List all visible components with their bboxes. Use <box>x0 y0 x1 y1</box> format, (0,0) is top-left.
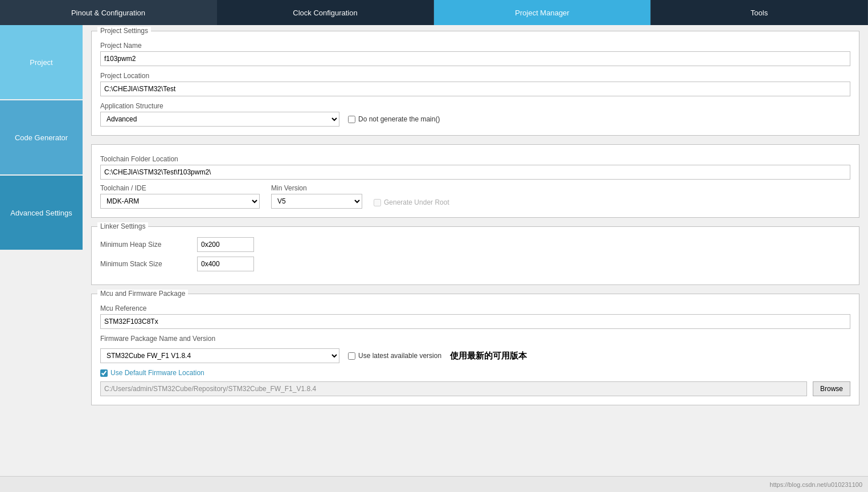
browse-button[interactable]: Browse <box>813 381 850 396</box>
project-settings-section: Project Settings Project Name Project Lo… <box>91 31 859 136</box>
min-version-col: Min Version V5 V4 <box>271 184 362 209</box>
do-not-generate-main-label-text: Do not generate the main() <box>358 115 440 123</box>
app-structure-row: Advanced Basic Do not generate the main(… <box>100 112 850 127</box>
sidebar-item-project[interactable]: Project <box>0 25 83 99</box>
sidebar: Project Code Generator Advanced Settings <box>0 25 83 453</box>
mcu-ref-input[interactable] <box>100 314 850 329</box>
default-fw-path-row: Browse <box>100 381 850 396</box>
toolchain-ide-select[interactable]: MDK-ARM Makefile SW4STM32 TrueSTUDIO <box>100 194 260 209</box>
toolchain-section: Toolchain Folder Location Toolchain / ID… <box>91 144 859 218</box>
mcu-firmware-legend: Mcu and Firmware Package <box>97 290 188 298</box>
tab-tools[interactable]: Tools <box>651 0 868 25</box>
tab-project-manager[interactable]: Project Manager <box>434 0 651 25</box>
toolchain-ide-label: Toolchain / IDE <box>100 184 260 192</box>
use-latest-checkbox-label[interactable]: Use latest available version <box>348 352 441 360</box>
linker-settings-legend: Linker Settings <box>97 222 148 230</box>
use-latest-checkbox[interactable] <box>348 352 355 360</box>
firmware-name-label: Firmware Package Name and Version <box>100 335 850 343</box>
project-name-label: Project Name <box>100 42 850 50</box>
toolchain-ide-col: Toolchain / IDE MDK-ARM Makefile SW4STM3… <box>100 184 260 209</box>
min-heap-label: Minimum Heap Size <box>100 241 191 249</box>
use-default-fw-checkbox[interactable] <box>100 369 108 377</box>
sidebar-spacer <box>0 250 83 453</box>
do-not-generate-main-checkbox[interactable] <box>348 116 355 123</box>
toolchain-folder-label: Toolchain Folder Location <box>100 155 850 163</box>
min-stack-input[interactable] <box>197 257 254 271</box>
do-not-generate-main-checkbox-label[interactable]: Do not generate the main() <box>348 115 440 123</box>
generate-under-root-checkbox[interactable] <box>374 199 381 206</box>
generate-under-root-text: Generate Under Root <box>384 198 449 206</box>
content-area: Project Settings Project Name Project Lo… <box>83 25 868 453</box>
toolchain-folder-input[interactable] <box>100 165 850 180</box>
tab-pinout[interactable]: Pinout & Configuration <box>0 0 217 25</box>
min-stack-label: Minimum Stack Size <box>100 260 191 268</box>
default-fw-location-row: Use Default Firmware Location <box>100 369 850 377</box>
top-navigation: Pinout & Configuration Clock Configurati… <box>0 0 868 25</box>
use-default-fw-text: Use Default Firmware Location <box>110 369 204 377</box>
sidebar-item-code-generator[interactable]: Code Generator <box>0 100 83 174</box>
linker-settings-section: Linker Settings Minimum Heap Size Minimu… <box>91 226 859 285</box>
min-heap-input[interactable] <box>197 237 254 252</box>
main-container: Project Code Generator Advanced Settings… <box>0 25 868 453</box>
project-settings-legend: Project Settings <box>97 27 151 35</box>
project-name-input[interactable] <box>100 51 850 66</box>
min-heap-row: Minimum Heap Size <box>100 237 850 252</box>
project-location-label: Project Location <box>100 72 850 80</box>
min-stack-row: Minimum Stack Size <box>100 257 850 271</box>
app-structure-select[interactable]: Advanced Basic <box>100 112 339 127</box>
min-version-label: Min Version <box>271 184 362 192</box>
firmware-row: STM32Cube FW_F1 V1.8.4 STM32Cube FW_F1 V… <box>100 348 850 363</box>
default-fw-path-input[interactable] <box>100 381 807 396</box>
min-version-select[interactable]: V5 V4 <box>271 194 362 209</box>
tab-clock[interactable]: Clock Configuration <box>217 0 434 25</box>
app-structure-label: Application Structure <box>100 102 850 110</box>
sidebar-item-advanced-settings[interactable]: Advanced Settings <box>0 176 83 250</box>
generate-under-root-label[interactable]: Generate Under Root <box>374 198 449 206</box>
use-default-fw-label[interactable]: Use Default Firmware Location <box>100 369 850 377</box>
project-location-input[interactable] <box>100 82 850 96</box>
mcu-firmware-section: Mcu and Firmware Package Mcu Reference F… <box>91 294 859 405</box>
use-latest-label-text: Use latest available version <box>358 352 441 360</box>
mcu-ref-label: Mcu Reference <box>100 304 850 312</box>
generate-under-root-col: Generate Under Root <box>374 198 449 209</box>
firmware-select[interactable]: STM32Cube FW_F1 V1.8.4 STM32Cube FW_F1 V… <box>100 348 339 363</box>
chinese-note: 使用最新的可用版本 <box>450 351 527 361</box>
